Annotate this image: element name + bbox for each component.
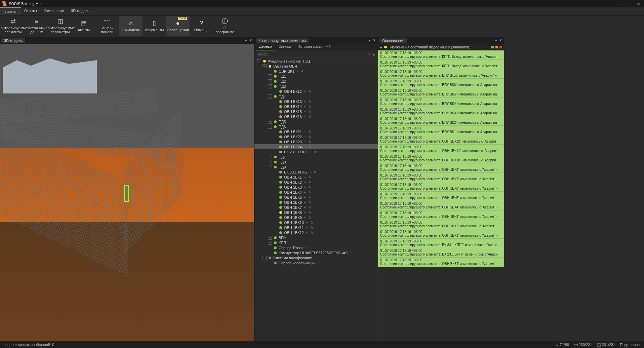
tree-actions-icon[interactable]: ⌁ xyxy=(350,251,353,255)
tree-row[interactable]: -ПД4 xyxy=(254,94,378,99)
menu-item[interactable]: Отчеты xyxy=(21,7,40,15)
tree-row[interactable]: +ПД1 xyxy=(254,74,378,79)
tree-row[interactable]: ОВН ВК15⌁ ⋔ xyxy=(254,109,378,114)
tree-row[interactable]: ОВН 1ВК11⌁ ⋔ xyxy=(254,225,378,230)
notification-item[interactable]: 01.07.2019 17:18:19 +03:00Состояние конт… xyxy=(378,154,504,163)
panel-menu-icon[interactable]: ▾ xyxy=(495,38,497,43)
notification-item[interactable]: 01.07.2019 17:18:19 +03:00Состояние конт… xyxy=(378,182,504,192)
tree-actions-icon[interactable]: ⌁ ⋔ xyxy=(304,145,312,149)
tree-row[interactable]: ВК 23.1 БППГ⌁ ⋔ xyxy=(254,149,378,154)
tree-row[interactable]: +ПД7 xyxy=(254,154,378,159)
panel-close-icon[interactable]: ✕ xyxy=(249,38,252,43)
tree-toggle-icon[interactable]: - xyxy=(268,165,272,169)
notification-item[interactable]: 01.07.2019 17:18:19 +03:00Состояние конт… xyxy=(378,239,504,248)
tree-actions-icon[interactable]: ⌁ ⋔ xyxy=(304,195,312,199)
ribbon-button[interactable]: ⇄Контролируемые элементы xyxy=(1,16,25,36)
tree-row[interactable]: ОВН ВК16⌁ ⋔ xyxy=(254,114,378,119)
viewport-tab[interactable]: 3D-модель xyxy=(1,38,25,43)
ribbon-button[interactable]: ?Помощь xyxy=(190,16,213,36)
tree-row[interactable]: +ВПУ xyxy=(254,235,378,240)
tree-actions-icon[interactable]: ⌁ xyxy=(318,261,320,265)
tree-toggle-icon[interactable]: + xyxy=(268,155,272,159)
ribbon-button[interactable]: ≡Источники данных xyxy=(25,16,48,36)
notification-item[interactable]: 01.07.2019 17:18:19 +03:00Состояние конт… xyxy=(378,248,504,258)
tree-actions-icon[interactable]: ⌁ ⋔ xyxy=(304,100,312,103)
tree-toggle-icon[interactable]: - xyxy=(268,94,272,99)
tree-row[interactable]: -Система часофикации xyxy=(254,255,378,260)
tree-toggle-icon[interactable]: + xyxy=(268,236,272,240)
tree-row[interactable]: ОВН 1ВК2⌁ ⋔ xyxy=(254,180,378,185)
tree-actions-icon[interactable]: ⌁ ⋔ xyxy=(304,190,312,194)
notif-panel-tab[interactable]: Оповещения xyxy=(379,38,407,43)
tree-actions-icon[interactable]: ⌁ ⋔ xyxy=(304,110,312,113)
panel-close-icon[interactable]: ✕ xyxy=(499,38,502,43)
tree-row[interactable]: Сервер часофикации⌁ xyxy=(254,260,378,265)
sort-icon[interactable]: ▲ xyxy=(372,52,376,56)
tree-actions-icon[interactable]: ⌁ ⋔ xyxy=(296,69,304,73)
tree-actions-icon[interactable]: ⌁ ⋔ xyxy=(304,89,312,93)
subtab[interactable]: История состояний xyxy=(294,44,334,50)
notification-item[interactable]: 01.07.2019 17:18:19 +03:00Состояние конт… xyxy=(378,50,504,60)
menu-item[interactable]: 3D-модель xyxy=(68,7,93,15)
tree-toggle-icon[interactable]: - xyxy=(268,125,272,129)
tree-row[interactable]: ОВН ВК22⌁ ⋔ xyxy=(254,134,378,139)
tree-row[interactable]: -Система ОВН xyxy=(254,64,378,69)
notification-item[interactable]: 01.07.2019 17:18:19 +03:00Состояние конт… xyxy=(378,79,504,88)
viewport-3d[interactable] xyxy=(0,44,254,341)
tree-row[interactable]: +КПП1 xyxy=(254,240,378,245)
notification-item[interactable]: 01.07.2019 17:18:19 +03:00Состояние конт… xyxy=(378,126,504,135)
tree-actions-icon[interactable]: ⌁ ⋔ xyxy=(306,226,314,229)
notification-item[interactable]: 01.07.2019 17:18:19 +03:00Состояние конт… xyxy=(378,201,504,210)
tree-row[interactable]: ОВН 1ВК3⌁ ⋔ xyxy=(254,185,378,190)
tree-row[interactable]: ОВН ВК14⌁ ⋔ xyxy=(254,104,378,109)
tree-actions-icon[interactable]: ⌁ xyxy=(306,246,308,249)
tree-row[interactable]: +ПД8 xyxy=(254,159,378,164)
tree-actions-icon[interactable]: ⌁ ⋔ xyxy=(304,216,312,219)
tree-actions-icon[interactable]: ⌁ ⋔ xyxy=(304,205,312,209)
tree-row[interactable]: ОВН 1ВК7⌁ ⋔ xyxy=(254,205,378,210)
ribbon-button[interactable]: ◫Контролируемые параметры xyxy=(48,16,72,36)
search-input[interactable] xyxy=(256,52,367,56)
subtab[interactable]: Список xyxy=(275,44,294,50)
notification-item[interactable]: 01.07.2019 17:18:19 +03:00Состояние конт… xyxy=(378,173,504,182)
tree-actions-icon[interactable]: ⌁ ⋔ xyxy=(310,150,317,154)
tree-row[interactable]: -Хуадянь-Тенинская ТЭЦ xyxy=(254,59,378,64)
tree-panel-tab[interactable]: Контролируемые элементы xyxy=(256,38,309,43)
tree-row[interactable]: ОВН ВК23⌁ ⋔ xyxy=(254,139,378,144)
notification-item[interactable]: 01.07.2019 17:18:19 +03:00Состояние конт… xyxy=(378,210,504,220)
tree-toggle-icon[interactable]: + xyxy=(268,160,272,164)
notification-item[interactable]: 01.07.2019 17:18:19 +03:00Состояние конт… xyxy=(378,192,504,201)
notification-item[interactable]: 01.07.2019 17:18:19 +03:00Состояние конт… xyxy=(378,258,504,267)
menu-item[interactable]: Главная xyxy=(0,7,21,15)
tree-row[interactable]: +ПД2 xyxy=(254,79,378,84)
tree-toggle-icon[interactable]: - xyxy=(263,256,267,260)
tree-toggle-icon[interactable]: - xyxy=(257,59,261,63)
tree-view[interactable]: -Хуадянь-Тенинская ТЭЦ-Система ОВНОВН ВК… xyxy=(254,58,378,341)
tree-actions-icon[interactable]: ⌁ ⋔ xyxy=(304,200,312,204)
tree-actions-icon[interactable]: ⌁ ⋔ xyxy=(304,175,312,179)
tree-toggle-icon[interactable]: - xyxy=(263,64,267,68)
tree-row[interactable]: ОВН 1ВК4⌁ ⋔ xyxy=(254,190,378,195)
tree-toggle-icon[interactable]: + xyxy=(268,74,272,78)
tree-actions-icon[interactable]: ⌁ ⋔ xyxy=(304,130,312,133)
ribbon-button[interactable]: ▤Агенты xyxy=(72,16,95,36)
notification-item[interactable]: 01.07.2019 17:18:19 +03:00Состояние конт… xyxy=(378,116,504,126)
notification-item[interactable]: 01.07.2019 17:18:19 +03:00Состояние конт… xyxy=(378,220,504,229)
tree-row[interactable]: Коммутатор HUAWEI S5720S-52P-SI-AC⌁ xyxy=(254,250,378,255)
tree-row[interactable]: +ПД5 xyxy=(254,119,378,124)
subtab[interactable]: Дерево xyxy=(256,44,275,50)
tree-row[interactable]: ОВН 1ВК6⌁ ⋔ xyxy=(254,200,378,205)
tree-row[interactable]: ОВН ВК21⌁ ⋔ xyxy=(254,129,378,134)
tree-row[interactable]: -ПД6 xyxy=(254,124,378,129)
tree-row[interactable]: Сервер Trassir⌁ xyxy=(254,245,378,250)
color-chip-orange[interactable] xyxy=(495,46,498,48)
tree-row[interactable]: ОВН 1ВК9⌁ ⋔ xyxy=(254,215,378,220)
tree-row[interactable]: ВК 33.1 КПП2⌁ ⋔ xyxy=(254,169,378,175)
tree-toggle-icon[interactable]: + xyxy=(268,79,272,83)
tree-row[interactable]: ОВН 1ВК12⌁ ⋔ xyxy=(254,230,378,235)
tree-row[interactable]: ОВН 1ВК5⌁ ⋔ xyxy=(254,195,378,200)
ribbon-button[interactable]: ▯Документы xyxy=(143,16,166,36)
ribbon-button[interactable]: ●Оповещения2488 xyxy=(166,16,190,36)
tree-actions-icon[interactable]: ⌁ ⋔ xyxy=(304,140,312,144)
notification-item[interactable]: 01.07.2019 17:18:19 +03:00Состояние конт… xyxy=(378,163,504,173)
